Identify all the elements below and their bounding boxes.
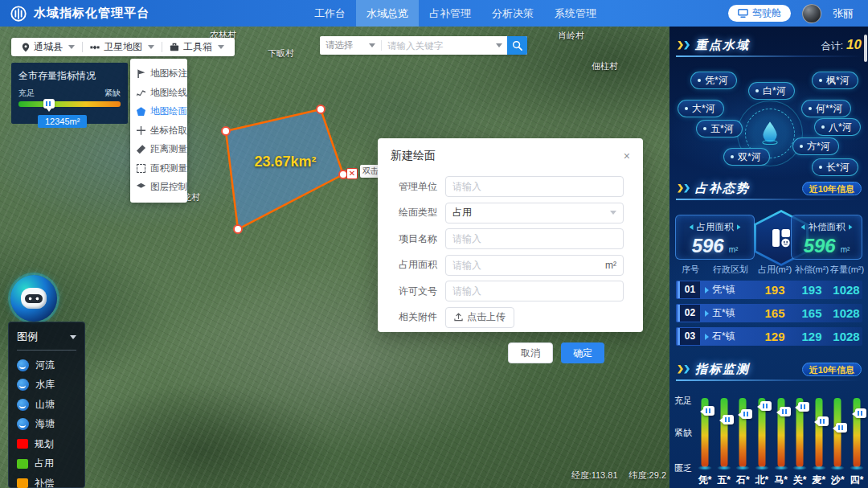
polygon-vertex[interactable] bbox=[234, 225, 242, 233]
legend-item[interactable]: 占用 bbox=[17, 454, 76, 474]
river-tag[interactable]: 长*河 bbox=[812, 158, 858, 176]
close-icon[interactable]: × bbox=[624, 150, 630, 162]
nav-item[interactable]: 分析决策 bbox=[481, 0, 544, 27]
area-input[interactable] bbox=[452, 260, 600, 271]
bar-slider-marker[interactable] bbox=[723, 415, 734, 424]
river-tag[interactable]: 大*河 bbox=[678, 100, 724, 117]
river-tag[interactable]: 枫*河 bbox=[812, 72, 858, 89]
river-tag[interactable]: 方*河 bbox=[792, 137, 839, 155]
nav-item[interactable]: 占补管理 bbox=[419, 0, 481, 27]
chevron-down-icon bbox=[496, 43, 502, 47]
cancel-button[interactable]: 取消 bbox=[508, 342, 553, 363]
cockpit-button[interactable]: 驾驶舱 bbox=[728, 5, 791, 22]
avatar[interactable] bbox=[802, 4, 821, 23]
toolbox-selector[interactable]: 工具箱 bbox=[162, 38, 231, 56]
confirm-button[interactable]: 确定 bbox=[561, 342, 604, 363]
polygon-vertex[interactable] bbox=[222, 127, 230, 135]
bar-label: 关* bbox=[791, 474, 809, 487]
bar-slider-marker[interactable] bbox=[760, 401, 772, 411]
river-tag[interactable]: 八*河 bbox=[814, 118, 861, 136]
search-button[interactable] bbox=[507, 36, 527, 55]
tool-menu-item[interactable]: 地图绘线 bbox=[130, 84, 187, 103]
water-drop-icon bbox=[759, 121, 781, 145]
monitor-header: 指标监测 近10年信息 bbox=[678, 360, 862, 378]
table-row[interactable]: 02 五*镇 165 165 1028 bbox=[676, 304, 862, 322]
tool-menu-item[interactable]: 坐标拾取 bbox=[130, 121, 187, 141]
permit-input[interactable] bbox=[452, 285, 616, 297]
bar-slider-marker[interactable] bbox=[855, 408, 866, 418]
legend-item[interactable]: 水库 bbox=[17, 375, 76, 396]
tool-label: 面积测量 bbox=[150, 162, 187, 174]
latitude-readout: 纬度:29.2 bbox=[629, 470, 666, 482]
search-input[interactable] bbox=[382, 41, 494, 51]
occupation-compare-icon bbox=[771, 228, 792, 248]
polygon-vertex[interactable] bbox=[317, 105, 325, 113]
polyline-icon bbox=[137, 88, 145, 97]
search-select-value: 请选择 bbox=[326, 39, 354, 51]
bar-slider-marker[interactable] bbox=[798, 402, 809, 412]
bar-label: 五* bbox=[715, 474, 733, 487]
legend-label: 水库 bbox=[35, 378, 55, 392]
row-compensated: 129 bbox=[793, 330, 830, 343]
tool-menu-item[interactable]: 面积测量 bbox=[130, 159, 187, 178]
tool-label: 地图标注 bbox=[150, 68, 187, 80]
river-tag[interactable]: 凭*河 bbox=[690, 72, 737, 89]
upload-button[interactable]: 点击上传 bbox=[445, 307, 514, 328]
legend-item[interactable]: 山塘 bbox=[17, 395, 76, 415]
river-name: 凭*河 bbox=[705, 74, 728, 88]
nav-item[interactable]: 工作台 bbox=[304, 0, 356, 27]
nav-item[interactable]: 系统管理 bbox=[544, 0, 607, 27]
bar-slider-marker[interactable] bbox=[836, 423, 847, 433]
river-tag[interactable]: 何**河 bbox=[801, 100, 851, 117]
bar-slider-marker[interactable] bbox=[817, 416, 829, 426]
district-table: 序号行政区划占用(m²)补偿(m²)存量(m²) 01 凭*镇 193 193 … bbox=[676, 264, 862, 351]
type-select-value: 占用 bbox=[452, 206, 472, 219]
occupied-area-value: 596 bbox=[692, 235, 724, 257]
legend-panel: 图例 河流 水库 山塘 海塘 bbox=[8, 322, 85, 488]
row-stock: 1028 bbox=[830, 306, 862, 320]
tool-menu-item[interactable]: 图层控制 bbox=[130, 178, 187, 197]
delete-vertex-icon[interactable]: ✕ bbox=[346, 168, 358, 179]
search-category-select[interactable]: 请选择 bbox=[320, 39, 381, 51]
basemap-selector[interactable]: 卫星地图 bbox=[83, 38, 162, 56]
field-label: 许可文号 bbox=[386, 285, 437, 298]
bar-slider-marker[interactable] bbox=[780, 407, 791, 416]
occupation-stats: 占用面积 596 m² bbox=[669, 213, 868, 261]
type-select[interactable]: 占用 bbox=[445, 203, 624, 223]
river-tag[interactable]: 白*河 bbox=[748, 82, 795, 100]
river-name: 双*河 bbox=[738, 150, 761, 164]
satellite-icon bbox=[90, 43, 100, 52]
bar-slider-marker[interactable] bbox=[741, 409, 752, 419]
legend-item[interactable]: 河流 bbox=[17, 355, 76, 375]
river-tag[interactable]: 五*河 bbox=[696, 120, 743, 137]
legend-label: 规划 bbox=[35, 437, 54, 451]
nav-item[interactable]: 水域总览 bbox=[356, 0, 419, 27]
table-row[interactable]: 03 石*镇 129 129 1028 bbox=[676, 327, 862, 346]
tool-menu-item[interactable]: 地图绘面 bbox=[130, 102, 187, 121]
legend-item[interactable]: 补偿 bbox=[17, 474, 76, 488]
unit-input[interactable] bbox=[452, 181, 616, 192]
river-tag[interactable]: 双*河 bbox=[723, 148, 770, 166]
assistant-mascot[interactable] bbox=[10, 275, 57, 322]
region-selector[interactable]: 通城县 bbox=[14, 38, 82, 56]
bar-slider-marker[interactable] bbox=[703, 406, 714, 416]
compensated-area-box: 补偿面积 596 m² bbox=[791, 215, 862, 260]
legend-header[interactable]: 图例 bbox=[17, 330, 76, 351]
project-name-field bbox=[445, 228, 624, 249]
draw-tooltip: 双击结束 bbox=[360, 165, 379, 178]
area-field: m² bbox=[445, 255, 624, 276]
tool-menu-item[interactable]: 距离测量 bbox=[130, 140, 187, 159]
legend-item[interactable]: 规划 bbox=[17, 434, 76, 454]
map-canvas[interactable]: 农林村下畈村肖岭村佃柱村白龙村 23.67km² ✕ 双击结束 通城县 bbox=[0, 27, 669, 488]
scrollbar-thumb[interactable] bbox=[864, 35, 867, 62]
row-district: 凭*镇 bbox=[705, 283, 756, 297]
table-header-row: 序号行政区划占用(m²)补偿(m²)存量(m²) bbox=[676, 264, 862, 276]
table-row[interactable]: 01 凭*镇 193 193 1028 bbox=[676, 281, 862, 299]
gradient-bar bbox=[720, 398, 727, 467]
tool-menu-item[interactable]: 地图标注 bbox=[130, 64, 187, 84]
bar-label: 北* bbox=[753, 474, 771, 487]
total-count: 合计: 10 bbox=[821, 37, 862, 53]
legend-item[interactable]: 海塘 bbox=[17, 415, 76, 435]
stock-slider-marker[interactable] bbox=[43, 99, 55, 109]
project-name-input[interactable] bbox=[452, 233, 616, 244]
